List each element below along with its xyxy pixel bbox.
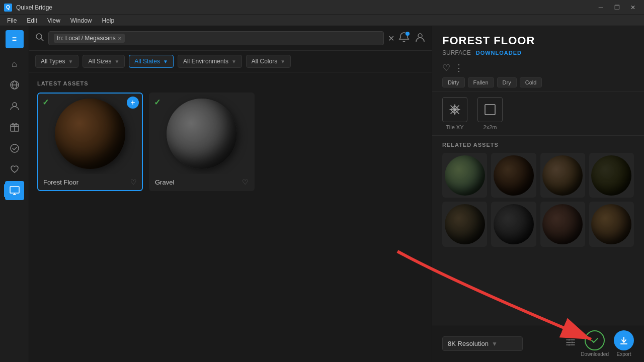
related-sphere-1 — [445, 155, 485, 196]
chevron-down-icon: ▼ — [163, 59, 168, 64]
svg-point-13 — [418, 34, 422, 38]
menu-edit[interactable]: Edit — [22, 15, 42, 26]
filter-environments[interactable]: All Environments ▼ — [178, 55, 242, 68]
downloaded-check-circle — [585, 330, 605, 350]
sidebar-item-favorites[interactable] — [5, 160, 24, 179]
asset-grid-container: LATEST ASSETS ✓ + Forest Floor — [29, 72, 432, 362]
asset-type: SURFACE — [442, 49, 471, 56]
filter-bar: All Types ▼ All Sizes ▼ All States ▼ All… — [29, 51, 432, 72]
detail-subtitle-row: SURFACE DOWNLOADED — [442, 49, 634, 56]
asset-card-forest-floor[interactable]: ✓ + Forest Floor ♡ — [37, 93, 143, 191]
tag-fallen[interactable]: Fallen — [468, 77, 494, 87]
settings-icon[interactable] — [566, 337, 576, 350]
asset-card-image: ✓ + — [38, 94, 142, 174]
tile-xy-control[interactable]: Tile XY — [442, 97, 467, 130]
asset-card-footer: Gravel ♡ — [150, 174, 254, 190]
related-sphere-5 — [445, 204, 485, 244]
search-input[interactable] — [129, 35, 378, 42]
related-asset-7[interactable] — [540, 202, 585, 246]
resolution-select[interactable]: 8K Resolution ▼ — [442, 336, 523, 351]
main-layout: ≡ ⌂ — [0, 26, 644, 362]
sidebar-item-browse[interactable] — [5, 75, 24, 95]
left-sidebar: ≡ ⌂ — [0, 26, 29, 362]
asset-sphere — [150, 94, 254, 174]
export-button[interactable]: Export — [614, 330, 634, 357]
svg-point-18 — [568, 339, 570, 341]
filter-sizes[interactable]: All Sizes ▼ — [83, 55, 125, 68]
notification-dot — [406, 32, 410, 36]
related-title: RELATED ASSETS — [442, 142, 634, 148]
svg-point-7 — [11, 144, 19, 152]
forest-floor-sphere — [55, 99, 125, 169]
tag-cold[interactable]: Cold — [520, 77, 542, 87]
related-asset-6[interactable] — [491, 202, 536, 246]
content-area: In: Local / Megascans ✕ ✕ — [29, 26, 644, 362]
asset-name: Gravel — [155, 178, 174, 186]
sidebar-item-monitor[interactable] — [5, 181, 24, 200]
chevron-down-icon: ▼ — [68, 59, 73, 64]
menu-file[interactable]: File — [2, 15, 22, 26]
related-sphere-4 — [591, 155, 631, 196]
asset-title: FOREST FLOOR — [442, 34, 634, 47]
app-icon: Q — [4, 4, 12, 12]
search-icon — [35, 33, 44, 44]
menu-view[interactable]: View — [42, 15, 65, 26]
tag-dirty[interactable]: Dirty — [442, 77, 465, 87]
sidebar-item-gifts[interactable] — [5, 118, 24, 137]
profile-icon[interactable] — [415, 32, 426, 45]
search-input-container[interactable]: In: Local / Megascans ✕ — [48, 31, 384, 45]
sidebar-item-tasks[interactable] — [5, 139, 24, 158]
window-controls: ─ ❐ ✕ — [594, 3, 640, 13]
favorite-icon[interactable]: ♡ — [242, 178, 249, 186]
sidebar-logo: ≡ — [6, 30, 24, 48]
related-asset-5[interactable] — [442, 202, 487, 246]
downloaded-check-icon: ✓ — [154, 98, 160, 107]
export-label: Export — [617, 351, 631, 357]
menu-bar: File Edit View Window Help — [0, 15, 644, 26]
sidebar-item-profile[interactable] — [5, 97, 24, 116]
detail-favorite-icon[interactable]: ♡ — [442, 62, 450, 73]
sidebar-item-home[interactable]: ⌂ — [5, 54, 24, 73]
related-section: RELATED ASSETS — [432, 136, 644, 325]
size-control[interactable]: 2x2m — [477, 97, 503, 130]
svg-rect-14 — [485, 105, 495, 115]
search-tag: In: Local / Megascans ✕ — [54, 34, 125, 43]
search-tag-close[interactable]: ✕ — [118, 36, 122, 41]
asset-card-gravel[interactable]: ✓ Gravel ♡ — [149, 93, 255, 191]
add-to-scene-button[interactable]: + — [127, 97, 139, 109]
resolution-chevron-icon: ▼ — [492, 340, 498, 347]
svg-rect-8 — [10, 187, 19, 193]
detail-actions: ♡ ⋮ — [432, 60, 644, 75]
minimize-button[interactable]: ─ — [594, 3, 608, 13]
maximize-button[interactable]: ❐ — [610, 3, 624, 13]
related-asset-1[interactable] — [442, 153, 487, 198]
menu-window[interactable]: Window — [65, 15, 97, 26]
tag-dry[interactable]: Dry — [497, 77, 517, 87]
downloaded-check-icon: ✓ — [42, 98, 49, 107]
related-asset-4[interactable] — [589, 153, 634, 198]
favorite-icon[interactable]: ♡ — [130, 178, 137, 186]
detail-header: FOREST FLOOR SURFACE DOWNLOADED — [432, 26, 644, 60]
detail-more-icon[interactable]: ⋮ — [454, 62, 463, 73]
downloaded-button[interactable]: Downloaded — [581, 330, 609, 357]
related-sphere-6 — [494, 204, 534, 244]
gravel-sphere — [167, 99, 237, 169]
related-asset-2[interactable] — [491, 153, 536, 198]
asset-status: DOWNLOADED — [476, 50, 522, 56]
notification-icon[interactable] — [398, 32, 410, 45]
chevron-down-icon: ▼ — [114, 59, 119, 64]
filter-types[interactable]: All Types ▼ — [35, 55, 78, 68]
close-button[interactable]: ✕ — [626, 3, 640, 13]
filter-colors[interactable]: All Colors ▼ — [246, 55, 291, 68]
related-sphere-3 — [542, 155, 583, 196]
asset-browser: In: Local / Megascans ✕ ✕ — [29, 26, 432, 362]
filter-states[interactable]: All States ▼ — [129, 55, 174, 68]
related-asset-8[interactable] — [589, 202, 634, 246]
asset-card-footer: Forest Floor ♡ — [38, 174, 142, 190]
related-sphere-8 — [591, 204, 631, 244]
related-asset-3[interactable] — [540, 153, 585, 198]
svg-line-12 — [41, 39, 44, 41]
menu-help[interactable]: Help — [97, 15, 120, 26]
size-label: 2x2m — [484, 124, 497, 130]
search-clear-icon[interactable]: ✕ — [388, 34, 394, 43]
